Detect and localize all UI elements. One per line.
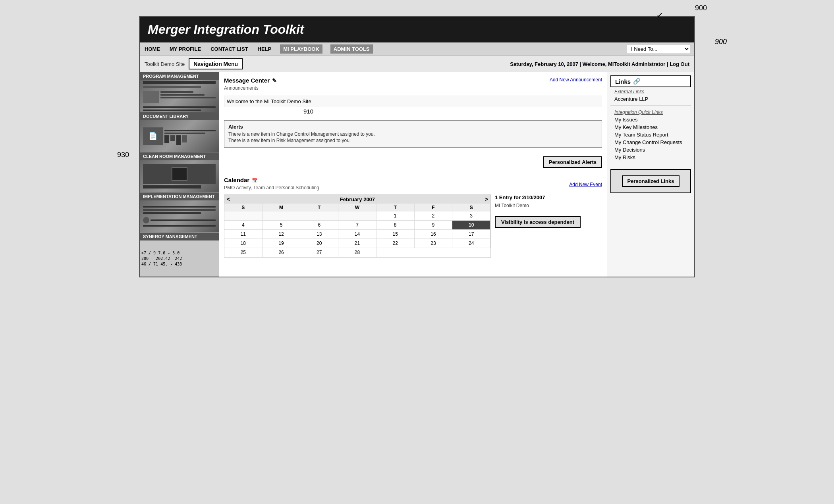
cal-day-1 xyxy=(263,212,301,221)
navigation-menu-button[interactable]: Navigation Menu xyxy=(189,58,243,69)
cal-day-21[interactable]: 18 xyxy=(224,239,263,248)
calendar-entries: 1 Entry for 2/10/2007 MI Toolkit Demo Vi… xyxy=(491,194,602,258)
edit-icon[interactable] xyxy=(272,77,277,84)
cal-day-12[interactable]: 9 xyxy=(415,221,453,230)
cal-day-16[interactable]: 13 xyxy=(300,230,338,239)
msg-center-header-row: Message Center Announcements Add New Ann… xyxy=(224,77,602,92)
cal-day-22[interactable]: 19 xyxy=(263,239,301,248)
annotation-930: 930 xyxy=(117,151,129,159)
link-my-decisions[interactable]: My Decisions xyxy=(610,146,691,154)
cal-day-18[interactable]: 15 xyxy=(376,230,415,239)
annotation-910: 910 xyxy=(303,108,602,115)
cal-day-4[interactable]: 1 xyxy=(376,212,415,221)
personalized-alerts-row: Personalized Alerts xyxy=(224,153,602,171)
calendar-subtitle: PMO Activity, Team and Personal Scheduli… xyxy=(224,185,319,190)
links-divider-1 xyxy=(610,105,691,106)
links-panel: Links 🔗 External Links Accenture LLP Int… xyxy=(607,72,694,196)
annot-label-900: 900 xyxy=(715,38,727,46)
cal-day-3 xyxy=(338,212,376,221)
nav-home[interactable]: HOME xyxy=(144,44,161,54)
nav-help[interactable]: HELP xyxy=(257,44,272,54)
announcements-label: Announcements xyxy=(224,85,277,91)
cal-day-7[interactable]: 4 xyxy=(224,221,263,230)
cal-day-5[interactable]: 2 xyxy=(415,212,453,221)
cal-day-13[interactable]: 10 xyxy=(452,221,490,230)
cal-day-30[interactable]: 27 xyxy=(300,248,338,257)
cal-day-10[interactable]: 7 xyxy=(338,221,376,230)
link-my-issues[interactable]: My Issues xyxy=(610,116,691,123)
nav-my-profile[interactable]: MY PROFILE xyxy=(169,44,202,54)
link-my-key-milestones[interactable]: My Key Milestones xyxy=(610,123,691,131)
sub-nav: Toolkit Demo Site Navigation Menu Saturd… xyxy=(140,56,694,72)
alerts-section: Alerts There is a new item in Change Con… xyxy=(224,120,602,148)
cal-day-14[interactable]: 11 xyxy=(224,230,263,239)
cal-day-9[interactable]: 6 xyxy=(300,221,338,230)
calendar-body: < February 2007 > S M T W T xyxy=(224,194,602,258)
nav-contact-list[interactable]: CONTACT LIST xyxy=(210,44,249,54)
cal-days-header: S M T W T F S xyxy=(224,204,490,212)
main-content-inner: Message Center Announcements Add New Ann… xyxy=(224,77,602,258)
link-my-team-status[interactable]: My Team Status Report xyxy=(610,131,691,139)
cal-day-11[interactable]: 8 xyxy=(376,221,415,230)
personalized-links-button[interactable]: Personalized Links xyxy=(622,175,680,187)
cal-days-grid: 1234567891011121314151617181920212223242… xyxy=(224,212,490,257)
add-announcement-link[interactable]: Add New Announcement xyxy=(550,77,602,83)
cal-day-27[interactable]: 24 xyxy=(452,239,490,248)
cal-header-6: S xyxy=(452,204,490,212)
welcome-announcement: Welcome to the MI Toolkit Demo Site xyxy=(224,96,602,107)
cal-header-1: M xyxy=(263,204,301,212)
cal-nav-row: < February 2007 > xyxy=(224,195,490,204)
content-area: PROGRAM MANAGEMENT xyxy=(140,72,694,277)
cal-next-button[interactable]: > xyxy=(485,196,488,202)
cal-day-8[interactable]: 5 xyxy=(263,221,301,230)
sidebar-img-impl[interactable] xyxy=(140,200,219,232)
cal-day-19[interactable]: 16 xyxy=(415,230,453,239)
cal-day-2 xyxy=(300,212,338,221)
sidebar-img-program[interactable] xyxy=(140,80,219,112)
link-accenture[interactable]: Accenture LLP xyxy=(610,95,691,103)
nav-mi-playbook[interactable]: MI PLAYBOOK xyxy=(280,44,322,54)
cal-day-15[interactable]: 12 xyxy=(263,230,301,239)
link-my-change-control[interactable]: My Change Control Requests xyxy=(610,139,691,146)
cal-day-17[interactable]: 14 xyxy=(338,230,376,239)
cal-day-20[interactable]: 17 xyxy=(452,230,490,239)
entry-count: 1 Entry for 2/10/2007 xyxy=(495,194,602,200)
i-need-to-dropdown[interactable]: I Need To... xyxy=(627,44,690,54)
alert-item-0: There is a new item in Change Control Ma… xyxy=(228,131,598,137)
i-need-to-wrapper: I Need To... xyxy=(627,44,690,54)
personalized-links-box: Personalized Links xyxy=(610,169,691,193)
right-sidebar: Links 🔗 External Links Accenture LLP Int… xyxy=(607,72,694,277)
links-icon: 🔗 xyxy=(633,78,641,85)
personalized-alerts-button[interactable]: Personalized Alerts xyxy=(543,156,602,168)
links-title: Links xyxy=(615,78,631,85)
sidebar-section-synergy: SYNERGY MANAGEMENT >7 / 9 7.6 - 5.0 200 … xyxy=(140,233,219,277)
nav-bar: HOME MY PROFILE CONTACT LIST HELP MI PLA… xyxy=(140,42,694,56)
add-event-link[interactable]: Add New Event xyxy=(569,182,602,187)
link-my-risks[interactable]: My Risks xyxy=(610,154,691,161)
visibility-callout-box-2: Visibility is access dependent xyxy=(495,216,581,228)
cal-header-4: T xyxy=(376,204,415,212)
cal-header-5: F xyxy=(415,204,453,212)
cal-day-24[interactable]: 21 xyxy=(338,239,376,248)
external-links-label: External Links xyxy=(610,87,691,95)
cal-day-28[interactable]: 25 xyxy=(224,248,263,257)
nav-admin-tools[interactable]: ADMIN TOOLS xyxy=(330,44,373,54)
sidebar-img-docs[interactable]: 📄 xyxy=(140,120,219,152)
synergy-row-3: 46 / 71 45. - 433 xyxy=(141,262,217,266)
date-info: Saturday, February 10, 2007 | Welcome, M… xyxy=(510,61,689,67)
cal-day-31[interactable]: 28 xyxy=(338,248,376,257)
cal-day-25[interactable]: 22 xyxy=(376,239,415,248)
cal-prev-button[interactable]: < xyxy=(227,196,230,202)
synergy-row-1: >7 / 9 7.6 - 5.0 xyxy=(141,251,217,255)
links-header: Links 🔗 xyxy=(610,75,691,87)
cal-day-26[interactable]: 23 xyxy=(415,239,453,248)
cal-day-23[interactable]: 20 xyxy=(300,239,338,248)
cal-day-29[interactable]: 26 xyxy=(263,248,301,257)
alert-item-1: There is a new item in Risk Management a… xyxy=(228,138,598,143)
arrow-900: ↙ xyxy=(656,10,663,19)
cal-day-6[interactable]: 3 xyxy=(452,212,490,221)
cal-header-2: T xyxy=(300,204,338,212)
sidebar-img-cleanroom[interactable] xyxy=(140,160,219,192)
sidebar-section-program: PROGRAM MANAGEMENT xyxy=(140,72,219,112)
sidebar-img-synergy[interactable]: >7 / 9 7.6 - 5.0 200 - 202.42- 242 46 / … xyxy=(140,240,219,276)
